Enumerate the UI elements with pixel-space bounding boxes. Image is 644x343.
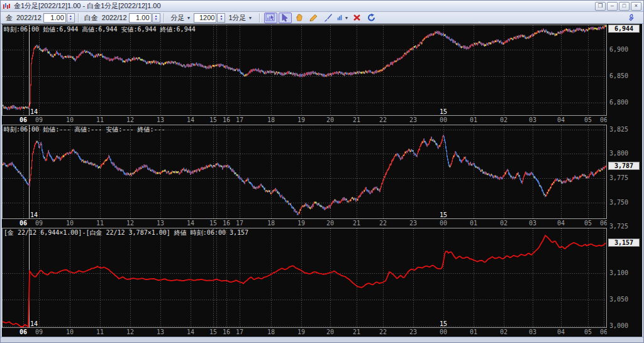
x-tick-label: 05 [582, 329, 594, 335]
x-tick-label: 10 [64, 116, 76, 123]
y-tick-label: 3,750 [609, 199, 628, 206]
bar-count-stepper[interactable]: ▲▼ [217, 13, 225, 23]
platinum-label: 白金 [84, 13, 98, 23]
x-tick-label: 01 [467, 329, 480, 335]
gold-multiplier-stepper[interactable]: ▲▼ [67, 13, 75, 23]
x-tick-label: 19 [295, 329, 308, 335]
bar-type-dropdown[interactable]: 分足 ▼ [168, 12, 194, 24]
x-tick-label: 04 [555, 329, 567, 335]
x-tick-label: 13 [154, 329, 167, 335]
spread-chart-pane[interactable]: 1415 [金 22/12 6,944×1.00]-[白金 22/12 3,78… [2, 228, 607, 328]
chart-type-icon[interactable]: ▼ [336, 13, 350, 23]
x-tick-label: 04 [555, 116, 567, 123]
x-tick-label: 13 [154, 220, 167, 227]
x-tick-label: 06 [597, 329, 607, 335]
pan-hand-icon[interactable] [293, 13, 306, 23]
x-tick-label: 22 [377, 220, 389, 227]
x-tick-label: 21 [350, 329, 363, 335]
x-tick-label: 14 [184, 220, 197, 227]
maximize-button[interactable]: □ [619, 2, 630, 11]
price-axis[interactable]: 6,9006,8506,8006,9443,8253,8003,7753,750… [607, 24, 642, 337]
y-tick-label: 3,050 [609, 296, 628, 303]
settings-wrench-icon[interactable] [623, 13, 636, 23]
window-title: 金1分足[2022/12]1.00 - 白金1分足[2022/12]1.00 [14, 1, 161, 11]
x-tick-label: 15 [207, 329, 219, 335]
y-tick-label: 3,775 [609, 174, 628, 181]
x-tick-label: 03 [526, 329, 539, 335]
x-tick-label: 02 [497, 220, 510, 227]
close-button[interactable]: × [631, 2, 641, 11]
x-tick-label: 05 [582, 116, 594, 123]
x-tick-label: 02 [497, 116, 510, 123]
gold-chart-pane[interactable]: 1415 時刻:06:00 始値:6,944 高値:6,944 安値:6,944… [2, 25, 607, 116]
interval-dropdown[interactable]: 1分足 ▼ [225, 12, 255, 24]
x-tick-label: 16 [220, 329, 233, 335]
gold-multiplier-input[interactable]: 1.00 [43, 13, 66, 23]
time-axis-spread: 0609101112131415161718192021222300010203… [2, 328, 607, 337]
x-tick-label: 19 [295, 116, 308, 123]
window-controls: ❐–□× [595, 2, 641, 11]
x-tick-label: 11 [94, 116, 106, 123]
toolbar-separator [164, 13, 165, 23]
title-bar[interactable]: 金1分足[2022/12]1.00 - 白金1分足[2022/12]1.00 ❐… [1, 1, 643, 12]
x-tick-label: 05 [582, 220, 594, 227]
x-tick-label: 06 [17, 116, 30, 123]
x-tick-label: 17 [233, 329, 246, 335]
date-marker: 14 [30, 108, 38, 115]
x-tick-label: 23 [407, 220, 419, 227]
x-tick-label: 00 [437, 220, 450, 227]
pen-icon[interactable] [322, 13, 335, 23]
x-tick-label: 02 [497, 329, 510, 335]
x-tick-label: 12 [124, 116, 136, 123]
current-price-box: 3,157 [608, 239, 640, 247]
x-tick-label: 09 [33, 329, 45, 335]
date-marker: 15 [440, 320, 447, 327]
x-tick-label: 14 [184, 329, 197, 335]
bar-count-input[interactable]: 1200 [194, 13, 216, 23]
y-tick-label: 6,800 [609, 99, 628, 106]
current-price-box: 3,787 [608, 162, 640, 170]
window-border-left [1, 24, 2, 343]
chart-cursor-icon[interactable] [264, 13, 277, 23]
minimize-button[interactable]: – [607, 2, 618, 11]
y-tick-label: 3,000 [609, 322, 628, 329]
pencil-icon[interactable] [308, 13, 321, 23]
current-price-box: 6,944 [608, 25, 640, 33]
platinum-multiplier-stepper[interactable]: ▲▼ [152, 13, 160, 23]
candlestick-app-icon [3, 3, 11, 10]
date-marker: 14 [30, 320, 38, 327]
x-tick-label: 10 [64, 220, 76, 227]
x-tick-label: 03 [526, 116, 539, 123]
x-tick-label: 18 [265, 220, 277, 227]
date-marker: 14 [30, 211, 38, 218]
time-axis-gold: 0609101112131415161718192021222300010203… [2, 116, 607, 125]
x-tick-label: 18 [265, 329, 277, 335]
gold-label: 金 [6, 13, 13, 23]
y-tick-label: 3,100 [609, 269, 628, 276]
float-button[interactable]: ❐ [595, 2, 606, 11]
y-tick-label: 3,725 [609, 223, 628, 230]
x-tick-label: 15 [207, 220, 219, 227]
x-tick-label: 16 [220, 116, 233, 123]
x-tick-label: 14 [184, 116, 197, 123]
refresh-icon[interactable] [365, 13, 379, 23]
x-tick-label: 20 [324, 329, 336, 335]
delete-icon[interactable] [351, 13, 364, 23]
x-tick-label: 11 [94, 220, 106, 227]
platinum-contract-label: 2022/12 [102, 14, 127, 21]
x-tick-label: 22 [377, 116, 389, 123]
platinum-multiplier-input[interactable]: 1.00 [129, 13, 152, 23]
x-tick-label: 20 [324, 116, 336, 123]
x-tick-label: 06 [597, 116, 607, 123]
select-arrow-icon[interactable] [279, 13, 292, 23]
chevron-down-icon: ▼ [248, 16, 253, 20]
platinum-chart-pane[interactable]: 1415 時刻:06:00 始値:--- 高値:--- 安値:--- 終値:--… [2, 125, 607, 219]
x-tick-label: 00 [437, 116, 450, 123]
x-tick-label: 20 [324, 220, 336, 227]
x-tick-label: 06 [17, 220, 30, 227]
toolbar: 金 2022/12 1.00 ▲▼ 白金 2022/12 1.00 ▲▼ 分足 … [1, 12, 643, 24]
x-tick-label: 00 [437, 329, 450, 335]
time-axis-platinum: 0609101112131415161718192021222300010203… [2, 219, 607, 228]
chart-app-window: 金1分足[2022/12]1.00 - 白金1分足[2022/12]1.00 ❐… [0, 0, 644, 343]
x-tick-label: 11 [94, 329, 106, 335]
